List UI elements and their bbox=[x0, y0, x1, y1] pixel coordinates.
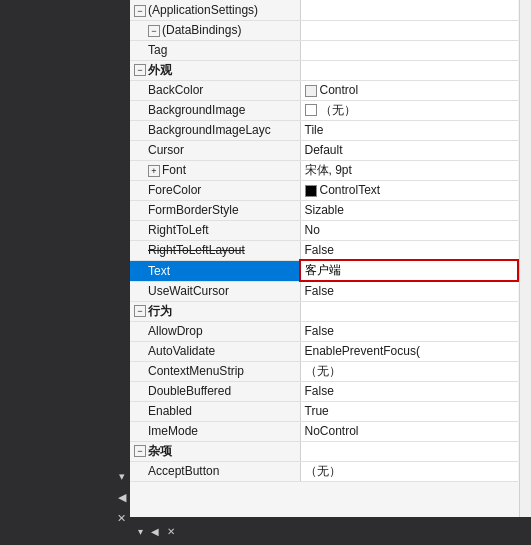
prop-value: Tile bbox=[305, 123, 324, 137]
prop-value: Sizable bbox=[305, 203, 344, 217]
table-row[interactable]: ForeColorControlText bbox=[130, 180, 518, 200]
pin-icon[interactable]: ▾ bbox=[115, 468, 129, 485]
bottom-collapse-icon[interactable]: ◀ bbox=[149, 524, 161, 539]
table-row[interactable]: AcceptButton（无） bbox=[130, 461, 518, 481]
prop-value: EnablePreventFocus( bbox=[305, 344, 420, 358]
close-icon[interactable]: ✕ bbox=[113, 510, 130, 527]
table-row[interactable]: BackgroundImage（无） bbox=[130, 100, 518, 120]
table-row[interactable]: BackgroundImageLaycTile bbox=[130, 120, 518, 140]
prop-name: FormBorderStyle bbox=[148, 203, 239, 217]
prop-value: True bbox=[305, 404, 329, 418]
main-content: −(ApplicationSettings)−(DataBindings)Tag… bbox=[130, 0, 531, 517]
prop-value: 宋体, 9pt bbox=[305, 163, 352, 177]
prop-name: RightToLeftLayout bbox=[148, 243, 245, 257]
prop-value: Control bbox=[320, 83, 359, 97]
table-row[interactable]: ImeModeNoControl bbox=[130, 421, 518, 441]
color-swatch bbox=[305, 185, 317, 197]
table-row[interactable]: BackColorControl bbox=[130, 80, 518, 100]
table-row[interactable]: +Font宋体, 9pt bbox=[130, 160, 518, 180]
prop-name: DoubleBuffered bbox=[148, 384, 231, 398]
left-panel: ▾ ◀ ✕ bbox=[0, 0, 130, 545]
prop-value: 客户端 bbox=[305, 263, 341, 277]
table-row[interactable]: UseWaitCursorFalse bbox=[130, 281, 518, 301]
table-row[interactable]: AutoValidateEnablePreventFocus( bbox=[130, 341, 518, 361]
prop-value: False bbox=[305, 384, 334, 398]
expand-icon[interactable]: + bbox=[148, 165, 160, 177]
bottom-bar: ▾ ◀ ✕ bbox=[130, 517, 531, 545]
table-row[interactable]: FormBorderStyleSizable bbox=[130, 200, 518, 220]
table-row[interactable]: AllowDropFalse bbox=[130, 321, 518, 341]
table-row[interactable]: −杂项 bbox=[130, 441, 518, 461]
collapse-icon[interactable]: ◀ bbox=[114, 489, 130, 506]
table-row[interactable]: −行为 bbox=[130, 301, 518, 321]
prop-value: （无） bbox=[305, 464, 341, 478]
prop-name: BackgroundImage bbox=[148, 103, 245, 117]
prop-name: Enabled bbox=[148, 404, 192, 418]
prop-name: AutoValidate bbox=[148, 344, 215, 358]
bottom-close-icon[interactable]: ✕ bbox=[165, 524, 177, 539]
panel-icons: ▾ ◀ ✕ bbox=[113, 468, 130, 527]
prop-name: (DataBindings) bbox=[162, 23, 241, 37]
expand-icon[interactable]: − bbox=[134, 64, 146, 76]
prop-value: NoControl bbox=[305, 424, 359, 438]
properties-table: −(ApplicationSettings)−(DataBindings)Tag… bbox=[130, 0, 519, 482]
properties-table-area: −(ApplicationSettings)−(DataBindings)Tag… bbox=[130, 0, 519, 517]
expand-icon[interactable]: − bbox=[148, 25, 160, 37]
section-title: 外观 bbox=[148, 63, 172, 77]
prop-name: BackColor bbox=[148, 83, 203, 97]
table-row[interactable]: RightToLeftNo bbox=[130, 220, 518, 240]
color-swatch bbox=[305, 104, 317, 116]
expand-icon[interactable]: − bbox=[134, 5, 146, 17]
prop-name: RightToLeft bbox=[148, 223, 209, 237]
scrollbar[interactable] bbox=[519, 0, 531, 517]
table-row[interactable]: RightToLeftLayoutFalse bbox=[130, 240, 518, 260]
prop-value: False bbox=[305, 284, 334, 298]
table-row[interactable]: −(ApplicationSettings) bbox=[130, 0, 518, 20]
prop-name: BackgroundImageLayc bbox=[148, 123, 271, 137]
prop-name: AcceptButton bbox=[148, 464, 219, 478]
right-panel: −(ApplicationSettings)−(DataBindings)Tag… bbox=[130, 0, 531, 545]
prop-name: ContextMenuStrip bbox=[148, 364, 244, 378]
expand-icon[interactable]: − bbox=[134, 305, 146, 317]
table-row[interactable]: Text客户端 bbox=[130, 260, 518, 281]
table-row[interactable]: DoubleBufferedFalse bbox=[130, 381, 518, 401]
expand-icon[interactable]: − bbox=[134, 445, 146, 457]
prop-name: Cursor bbox=[148, 143, 184, 157]
prop-name: UseWaitCursor bbox=[148, 284, 229, 298]
prop-name: Font bbox=[162, 163, 186, 177]
table-row[interactable]: −(DataBindings) bbox=[130, 20, 518, 40]
prop-name: Text bbox=[148, 264, 170, 278]
bottom-pin-icon[interactable]: ▾ bbox=[136, 524, 145, 539]
table-row[interactable]: −外观 bbox=[130, 60, 518, 80]
prop-value: Default bbox=[305, 143, 343, 157]
table-row[interactable]: CursorDefault bbox=[130, 140, 518, 160]
color-swatch bbox=[305, 85, 317, 97]
table-row[interactable]: EnabledTrue bbox=[130, 401, 518, 421]
table-row[interactable]: ContextMenuStrip（无） bbox=[130, 361, 518, 381]
prop-name: ForeColor bbox=[148, 183, 201, 197]
prop-value: False bbox=[305, 243, 334, 257]
prop-value: （无） bbox=[305, 364, 341, 378]
prop-value: No bbox=[305, 223, 320, 237]
prop-name: (ApplicationSettings) bbox=[148, 3, 258, 17]
prop-name: Tag bbox=[148, 43, 167, 57]
prop-name: AllowDrop bbox=[148, 324, 203, 338]
prop-value: False bbox=[305, 324, 334, 338]
table-row[interactable]: Tag bbox=[130, 40, 518, 60]
prop-value: （无） bbox=[320, 103, 356, 117]
section-title: 杂项 bbox=[148, 444, 172, 458]
section-title: 行为 bbox=[148, 304, 172, 318]
prop-name: ImeMode bbox=[148, 424, 198, 438]
prop-value: ControlText bbox=[320, 183, 381, 197]
